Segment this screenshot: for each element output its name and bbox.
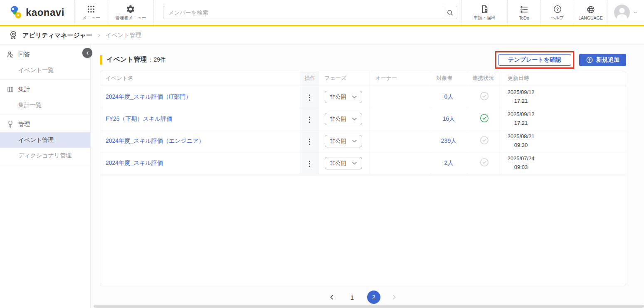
add-new-button[interactable]: 新規追加 <box>579 54 626 66</box>
sidebar-item-label: イベント一覧 <box>18 67 54 74</box>
col-header-actions: 操作 <box>300 71 319 86</box>
sidebar-section-manage-header: 管理 <box>0 117 90 132</box>
admin-menu-button[interactable]: 管理者メニュー <box>108 0 153 25</box>
link-status-icon <box>480 136 489 145</box>
kaonavi-logo[interactable]: kaonavi <box>0 5 74 20</box>
svg-text:?: ? <box>556 6 558 11</box>
phase-dropdown[interactable]: 非公開 <box>325 157 362 169</box>
ability-manager-badge-icon <box>8 30 18 40</box>
sidebar-item-event-manage[interactable]: イベント管理 <box>0 132 90 148</box>
globe-icon <box>586 5 595 14</box>
table-header-row: イベント名 操作 フェーズ オーナー 対象者 連携状況 更新日時 <box>100 71 626 86</box>
col-header-event-name: イベント名 <box>100 71 300 86</box>
ledger-icon <box>7 86 14 93</box>
col-header-targets: 対象者 <box>431 71 467 86</box>
sidebar-item-dictionary-manage[interactable]: ディクショナリ管理 <box>0 148 90 163</box>
check-template-button[interactable]: テンプレートを確認 <box>498 54 571 66</box>
sidebar-section-answer: 回答 イベント一覧 <box>0 45 90 80</box>
phase-dropdown[interactable]: 非公開 <box>325 91 362 103</box>
breadcrumb-separator-icon <box>96 33 101 38</box>
event-name-link[interactable]: FY25（下期）スキル評価 <box>106 115 172 122</box>
row-actions-button[interactable] <box>306 158 313 169</box>
phase-dropdown[interactable]: 非公開 <box>325 135 362 147</box>
sidebar-collapse-button[interactable] <box>82 48 92 58</box>
plus-circle-icon <box>586 56 593 64</box>
member-search <box>153 0 461 25</box>
search-button[interactable] <box>443 6 457 19</box>
horizontal-scrollbar[interactable] <box>94 305 644 308</box>
sidebar-section-manage: 管理 イベント管理 ディクショナリ管理 <box>0 115 90 165</box>
menu-label: メニュー <box>82 15 100 21</box>
updated-time: 09:03 <box>514 164 528 170</box>
help-button[interactable]: ? ヘルプ <box>540 0 574 25</box>
breadcrumb-app[interactable]: アビリティマネージャー <box>22 32 92 40</box>
pagination-page-2[interactable]: 2 <box>367 291 380 304</box>
sidebar: 回答 イベント一覧 集計 集計一覧 <box>0 45 91 308</box>
page-count: ：29件 <box>148 56 166 64</box>
targets-link[interactable]: 0人 <box>444 93 454 100</box>
pagination-page-1[interactable]: 1 <box>345 291 359 304</box>
todo-button[interactable]: ToDo <box>507 0 540 25</box>
top-bar: kaonavi メニュー 管理者メニュー <box>0 0 644 25</box>
updated-date: 2025/09/12 <box>508 89 535 95</box>
phase-value: 非公開 <box>330 115 346 123</box>
row-actions-button[interactable] <box>306 114 313 125</box>
updated-date: 2025/09/12 <box>508 111 535 117</box>
search-input[interactable] <box>163 10 443 16</box>
person-check-icon <box>7 51 14 58</box>
sidebar-section-answer-header: 回答 <box>0 47 90 62</box>
table-row: FY25（下期）スキル評価 非公開 16人 2025/09/1217:21 <box>100 108 626 130</box>
account-menu[interactable] <box>607 0 644 25</box>
wrench-icon <box>7 121 14 128</box>
event-name-link[interactable]: 2024年度_スキル評価 <box>106 159 163 166</box>
logo-wordmark: kaonavi <box>26 7 64 18</box>
phase-value: 非公開 <box>330 159 346 167</box>
owner-cell <box>370 152 431 174</box>
breadcrumb: アビリティマネージャー イベント管理 <box>0 26 644 45</box>
page-title: イベント管理 <box>106 55 147 64</box>
pagination-prev-button[interactable] <box>326 292 337 303</box>
chevron-left-icon <box>85 50 90 56</box>
targets-link[interactable]: 2人 <box>444 159 454 166</box>
menu-button[interactable]: メニュー <box>74 0 108 25</box>
phase-dropdown[interactable]: 非公開 <box>325 113 362 125</box>
annotation-highlight-box: テンプレートを確認 <box>495 51 574 69</box>
event-name-link[interactable]: 2024年度_スキル評価（IT部門） <box>106 93 191 100</box>
owner-cell <box>370 86 431 108</box>
search-box <box>163 6 457 19</box>
owner-cell <box>370 130 431 152</box>
sidebar-item-aggregate-list[interactable]: 集計一覧 <box>0 97 90 113</box>
breadcrumb-current: イベント管理 <box>106 32 141 39</box>
sidebar-item-label: イベント管理 <box>18 137 54 144</box>
row-actions-button[interactable] <box>306 92 313 103</box>
language-button[interactable]: LANGUAGE <box>574 0 607 25</box>
gear-icon <box>126 5 135 14</box>
todo-label: ToDo <box>519 15 529 20</box>
language-label: LANGUAGE <box>578 15 602 20</box>
apply-submit-label: 申請・届出 <box>474 15 496 21</box>
updated-date: 2025/07/24 <box>508 155 535 161</box>
updated-at: 2025/09/1217:21 <box>508 88 535 105</box>
sidebar-section-label: 管理 <box>18 121 30 128</box>
title-accent-bar <box>100 55 102 65</box>
chevron-right-icon <box>391 294 397 301</box>
help-label: ヘルプ <box>550 15 564 21</box>
add-new-label: 新規追加 <box>596 56 619 64</box>
targets-link[interactable]: 239人 <box>441 137 456 144</box>
sidebar-item-event-list[interactable]: イベント一覧 <box>0 62 90 78</box>
updated-at: 2025/09/1217:21 <box>508 110 535 127</box>
link-status-icon <box>480 92 489 101</box>
pagination-next-button[interactable] <box>389 292 400 303</box>
chevron-left-icon <box>328 294 335 301</box>
chevron-down-icon <box>352 139 357 143</box>
targets-link[interactable]: 16人 <box>443 115 455 122</box>
event-name-link[interactable]: 2024年度_スキル評価（エンジニア） <box>106 137 205 144</box>
todo-list-icon <box>520 5 529 14</box>
table-row: 2024年度_スキル評価（エンジニア） 非公開 239人 2025/08/210… <box>100 130 626 152</box>
sidebar-section-aggregate-header: 集計 <box>0 82 90 97</box>
grid-menu-icon <box>86 5 96 14</box>
avatar <box>614 5 630 20</box>
apply-submit-button[interactable]: 申請・届出 <box>461 0 507 25</box>
col-header-link-status: 連携状況 <box>467 71 502 86</box>
row-actions-button[interactable] <box>306 136 313 147</box>
